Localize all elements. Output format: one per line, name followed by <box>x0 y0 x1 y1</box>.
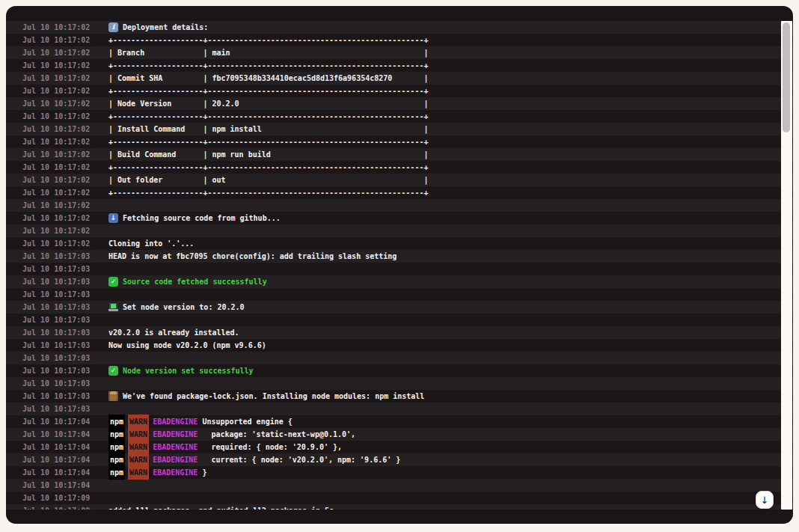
log-timestamp: Jul 10 10:17:02 <box>22 199 90 212</box>
log-row: Jul 10 10:17:02↓Fetching source code fro… <box>6 212 793 224</box>
npm-badge: npm <box>108 465 125 480</box>
log-row: Jul 10 10:17:04 <box>6 479 793 492</box>
npm-warning-code: EBADENGINE <box>153 415 198 428</box>
log-text: | Branch | main | <box>108 46 428 59</box>
log-message: | Install Command | npm install | <box>108 123 428 135</box>
scrollbar-thumb[interactable] <box>783 22 790 132</box>
log-timestamp: Jul 10 10:17:03 <box>22 403 90 415</box>
log-text: +--------------------+------------------… <box>108 110 428 123</box>
log-timestamp: Jul 10 10:17:02 <box>22 148 90 161</box>
log-timestamp: Jul 10 10:17:03 <box>22 250 90 263</box>
log-message: HEAD is now at fbc7095 chore(config): ad… <box>108 250 397 263</box>
log-lines: Jul 10 10:17:02iDeployment details:Jul 1… <box>6 21 793 510</box>
scrollbar-track[interactable] <box>781 21 792 510</box>
log-row: Jul 10 10:17:03v20.2.0 is already instal… <box>6 326 793 339</box>
log-timestamp: Jul 10 10:17:02 <box>22 212 90 224</box>
scroll-to-bottom-button[interactable]: ↓ <box>756 491 774 509</box>
log-timestamp: Jul 10 10:17:09 <box>22 504 90 510</box>
log-message: ↓Fetching source code from github... <box>108 212 281 224</box>
log-message: v20.2.0 is already installed. <box>108 326 239 339</box>
log-message: Set node version to: 20.2.0 <box>108 301 245 314</box>
log-row: Jul 10 10:17:02| Out folder | out | <box>6 174 793 186</box>
log-text: +--------------------+------------------… <box>108 85 428 97</box>
log-row: Jul 10 10:17:02+--------------------+---… <box>6 59 793 72</box>
log-message: +--------------------+------------------… <box>108 161 428 174</box>
log-timestamp: Jul 10 10:17:02 <box>22 110 90 123</box>
log-row: Jul 10 10:17:03 <box>6 352 793 364</box>
deployment-log-panel: Jul 10 10:17:02iDeployment details:Jul 1… <box>6 6 793 524</box>
check-icon: ✓ <box>108 366 118 376</box>
log-row: Jul 10 10:17:02| Branch | main | <box>6 46 793 59</box>
log-text: +--------------------+------------------… <box>108 161 428 174</box>
log-text: | Out folder | out | <box>108 174 428 186</box>
npm-warning-code: EBADENGINE <box>153 441 198 453</box>
log-timestamp: Jul 10 10:17:04 <box>22 466 90 479</box>
log-message: iDeployment details: <box>108 21 208 34</box>
log-text: +--------------------+------------------… <box>108 135 428 148</box>
log-row: Jul 10 10:17:04npmWARNEBADENGINE current… <box>6 453 793 466</box>
log-row: Jul 10 10:17:02 <box>6 199 793 212</box>
log-message: | Branch | main | <box>108 46 428 59</box>
log-row: Jul 10 10:17:02+--------------------+---… <box>6 34 793 46</box>
log-timestamp: Jul 10 10:17:02 <box>22 135 90 148</box>
log-message: +--------------------+------------------… <box>108 110 428 123</box>
log-timestamp: Jul 10 10:17:02 <box>22 85 90 97</box>
log-text: current: { node: 'v20.2.0', npm: '9.6.6'… <box>202 453 400 466</box>
info-icon: i <box>108 22 118 32</box>
log-row: Jul 10 10:17:02| Build Command | npm run… <box>6 148 793 161</box>
log-message: Cloning into '.'... <box>108 237 194 250</box>
log-timestamp: Jul 10 10:17:03 <box>22 314 90 326</box>
log-text: | Install Command | npm install | <box>108 123 428 135</box>
log-message: | Commit SHA | fbc7095348b334410ecac5d8d… <box>108 72 428 85</box>
log-text: We've found package-lock.json. Installin… <box>123 390 424 403</box>
log-row: Jul 10 10:17:04npmWARNEBADENGINEUnsuppor… <box>6 415 793 428</box>
log-row: Jul 10 10:17:02+--------------------+---… <box>6 161 793 174</box>
log-text: Set node version to: 20.2.0 <box>123 301 245 314</box>
log-row: Jul 10 10:17:04npmWARNEBADENGINE} <box>6 466 793 479</box>
log-timestamp: Jul 10 10:17:02 <box>22 237 90 250</box>
log-text: Source code fetched successfully <box>123 275 267 288</box>
log-text: | Commit SHA | fbc7095348b334410ecac5d8d… <box>108 72 428 85</box>
log-row: Jul 10 10:17:03HEAD is now at fbc7095 ch… <box>6 250 793 263</box>
log-timestamp: Jul 10 10:17:02 <box>22 59 90 72</box>
log-text: v20.2.0 is already installed. <box>108 326 239 339</box>
down-arrow-icon: ↓ <box>761 495 769 506</box>
log-row: Jul 10 10:17:03 <box>6 263 793 275</box>
log-row: Jul 10 10:17:03Set node version to: 20.2… <box>6 301 793 314</box>
log-timestamp: Jul 10 10:17:02 <box>22 123 90 135</box>
log-message: +--------------------+------------------… <box>108 186 428 199</box>
log-timestamp: Jul 10 10:17:03 <box>22 352 90 364</box>
log-row: Jul 10 10:17:03✓Source code fetched succ… <box>6 275 793 288</box>
log-timestamp: Jul 10 10:17:02 <box>22 161 90 174</box>
log-timestamp: Jul 10 10:17:03 <box>22 326 90 339</box>
log-timestamp: Jul 10 10:17:09 <box>22 492 90 504</box>
log-text: added 111 packages, and audited 112 pack… <box>108 504 334 510</box>
log-timestamp: Jul 10 10:17:03 <box>22 364 90 377</box>
log-timestamp: Jul 10 10:17:02 <box>22 186 90 199</box>
log-timestamp: Jul 10 10:17:04 <box>22 453 90 466</box>
log-timestamp: Jul 10 10:17:02 <box>22 224 90 237</box>
log-timestamp: Jul 10 10:17:02 <box>22 21 90 34</box>
log-row: Jul 10 10:17:02iDeployment details: <box>6 21 793 34</box>
log-text: +--------------------+------------------… <box>108 186 428 199</box>
log-text: | Build Command | npm run build | <box>108 148 428 161</box>
log-timestamp: Jul 10 10:17:03 <box>22 288 90 301</box>
log-row: Jul 10 10:17:09added 111 packages, and a… <box>6 504 793 510</box>
log-timestamp: Jul 10 10:17:04 <box>22 441 90 453</box>
laptop-icon <box>108 302 118 312</box>
check-icon: ✓ <box>108 277 118 287</box>
log-message: ✓Node version set successfully <box>108 364 254 377</box>
log-message: | Out folder | out | <box>108 174 428 186</box>
log-row: Jul 10 10:17:03 <box>6 288 793 301</box>
log-timestamp: Jul 10 10:17:02 <box>22 34 90 46</box>
log-timestamp: Jul 10 10:17:02 <box>22 72 90 85</box>
log-message: | Node Version | 20.2.0 | <box>108 97 428 110</box>
log-text: Fetching source code from github... <box>123 212 281 224</box>
log-timestamp: Jul 10 10:17:04 <box>22 479 90 492</box>
npm-warning-code: EBADENGINE <box>153 428 198 441</box>
log-message: +--------------------+------------------… <box>108 34 428 46</box>
log-message: added 111 packages, and audited 112 pack… <box>108 504 334 510</box>
log-message: npmWARNEBADENGINE} <box>108 465 206 480</box>
log-row: Jul 10 10:17:03 <box>6 403 793 415</box>
log-message: +--------------------+------------------… <box>108 135 428 148</box>
